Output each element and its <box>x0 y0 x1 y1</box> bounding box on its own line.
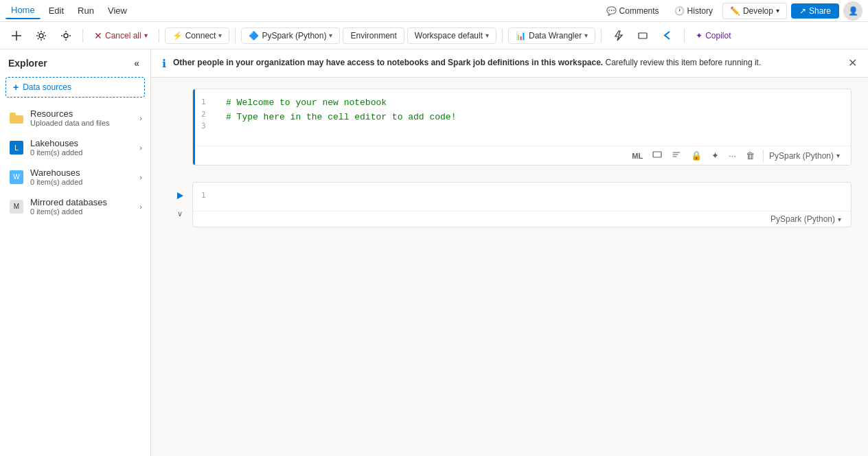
menu-view[interactable]: View <box>102 3 133 19</box>
settings-button[interactable] <box>30 27 52 44</box>
cell-2-run-button[interactable] <box>172 187 188 204</box>
workspace-button[interactable]: Workspace default ▾ <box>407 27 496 44</box>
dw-chevron-icon: ▾ <box>584 32 588 39</box>
menu-home[interactable]: Home <box>5 2 41 19</box>
mirrored-content: Mirrored databases 0 item(s) added <box>30 197 139 216</box>
cell-1-line-numbers: 1 2 3 <box>201 96 206 133</box>
separator-5 <box>601 29 602 43</box>
code-line-1: # Welcome to your new notebook <box>226 96 844 111</box>
cell-2-line-1 <box>226 190 844 204</box>
code-block-icon <box>652 150 662 159</box>
sidebar-item-mirrored[interactable]: M Mirrored databases 0 item(s) added › <box>0 192 150 221</box>
cell-text-button[interactable] <box>667 148 685 163</box>
settings-icon <box>60 30 71 41</box>
sidebar-item-resources[interactable]: Resources Uploaded data and files › <box>0 103 150 133</box>
banner-text: Other people in your organization may ha… <box>173 56 841 69</box>
comment-icon: 💬 <box>606 6 617 16</box>
separator-1 <box>82 29 83 43</box>
text-block-icon <box>672 150 681 159</box>
settings-2-button[interactable] <box>55 27 77 44</box>
cell-2-code[interactable] <box>226 190 844 204</box>
sidebar-collapse-button[interactable]: « <box>131 56 142 70</box>
cell-1-code[interactable]: # Welcome to your new notebook # Type he… <box>226 96 844 139</box>
lakehouses-content: Lakehouses 0 item(s) added <box>30 138 139 157</box>
workspace-chevron-icon: ▾ <box>486 32 489 39</box>
cell-2-content: 1 <box>193 183 851 211</box>
develop-button[interactable]: ✏️ Develop ▾ <box>722 3 787 19</box>
mirrored-chevron-icon: › <box>139 203 142 211</box>
separator-4 <box>502 29 503 43</box>
content-area: ℹ Other people in your organization may … <box>151 49 868 456</box>
warehouses-content: Warehouses 0 item(s) added <box>30 168 139 186</box>
svg-rect-3 <box>653 152 661 157</box>
tool3-button[interactable] <box>656 27 678 44</box>
cancel-all-button[interactable]: ✕ Cancel all ▾ <box>89 27 153 44</box>
plus-icon: + <box>13 82 19 93</box>
connect-button[interactable]: ⚡ Connect ▾ <box>165 27 230 44</box>
pyspark-button[interactable]: 🔷 PySpark (Python) ▾ <box>241 27 340 44</box>
svg-point-0 <box>39 34 43 38</box>
menu-run[interactable]: Run <box>72 3 100 19</box>
environment-button[interactable]: Environment <box>343 27 404 44</box>
data-wrangler-button[interactable]: 📊 Data Wrangler ▾ <box>508 27 595 44</box>
cell-1[interactable]: 1 2 3 # Welcome to your new notebook # T… <box>192 89 852 166</box>
user-avatar[interactable]: 👤 <box>843 1 863 21</box>
cell-2[interactable]: 1 PySpark (Python) ▾ <box>192 182 852 227</box>
add-icon <box>11 30 22 41</box>
code-line-2: # Type here in the cell editor to add co… <box>226 111 844 125</box>
cell-2-lang-selector[interactable]: PySpark (Python) ▾ <box>766 213 845 225</box>
tool1-button[interactable] <box>607 27 629 44</box>
sidebar-title: Explorer <box>8 58 47 69</box>
cell-delete-button[interactable]: 🗑 <box>742 148 759 163</box>
connect-icon: ⚡ <box>172 31 183 41</box>
cell-2-line-numbers: 1 <box>201 190 206 202</box>
cell-star-button[interactable]: ✦ <box>707 148 723 163</box>
cell-2-bottom: PySpark (Python) ▾ <box>193 211 851 227</box>
cell-1-wrapper: 1 2 3 # Welcome to your new notebook # T… <box>168 89 852 174</box>
tool2-button[interactable] <box>632 27 654 44</box>
sidebar: Explorer « + Data sources Resources Uplo… <box>0 49 151 456</box>
data-wrangler-icon: 📊 <box>516 31 526 41</box>
share-icon: ↗ <box>799 6 806 16</box>
vscode-icon <box>662 30 673 41</box>
warehouse-icon: W <box>8 169 25 185</box>
rectangle-icon <box>637 30 648 41</box>
menu-edit[interactable]: Edit <box>43 3 69 19</box>
notebook-area: 1 2 3 # Welcome to your new notebook # T… <box>151 78 868 456</box>
chevron-down-icon: ▾ <box>776 7 779 14</box>
sidebar-item-warehouses[interactable]: W Warehouses 0 item(s) added › <box>0 162 150 192</box>
sidebar-item-lakehouses[interactable]: L Lakehouses 0 item(s) added › <box>0 133 150 162</box>
cell-1-lang-selector[interactable]: PySpark (Python) ▾ <box>763 150 845 162</box>
svg-point-1 <box>64 34 68 38</box>
cell-2-lang-chevron-icon: ▾ <box>838 216 841 223</box>
add-datasources-button[interactable]: + Data sources <box>5 77 145 98</box>
share-button[interactable]: ↗ Share <box>791 3 839 19</box>
banner-close-button[interactable]: ✕ <box>848 56 857 69</box>
toolbar: ✕ Cancel all ▾ ⚡ Connect ▾ 🔷 PySpark (Py… <box>0 22 868 49</box>
cell-2-collapse-button[interactable]: ∨ <box>173 207 187 220</box>
top-right-toolbar: 💬 Comments 🕐 History ✏️ Develop ▾ ↗ Shar… <box>601 1 863 21</box>
cell-lock-button[interactable]: 🔒 <box>687 148 706 163</box>
copilot-button[interactable]: ✦ Copilot <box>690 28 736 43</box>
cell-2-wrapper: ∨ 1 PySpark (Python) <box>168 182 852 236</box>
copilot-icon: ✦ <box>696 31 703 41</box>
pyspark-icon: 🔷 <box>249 31 259 41</box>
history-button[interactable]: 🕐 History <box>669 3 718 19</box>
cancel-chevron-icon: ▾ <box>144 32 148 39</box>
cell-more-button[interactable]: ··· <box>724 148 740 163</box>
cell-ml-button[interactable]: ML <box>628 150 647 162</box>
cell-1-toolbar: ML 🔒 ✦ ··· 🗑 PySpark (Python) <box>193 146 851 165</box>
comments-button[interactable]: 💬 Comments <box>601 3 665 19</box>
cell-2-controls: ∨ <box>168 182 192 220</box>
cell-code-button[interactable] <box>648 148 666 163</box>
add-cell-button[interactable] <box>5 27 27 44</box>
separator-3 <box>235 29 236 43</box>
lakehouses-chevron-icon: › <box>139 144 142 152</box>
svg-rect-2 <box>639 33 647 38</box>
sidebar-header: Explorer « <box>0 49 150 77</box>
separator-6 <box>684 29 685 43</box>
lakehouse-icon: L <box>8 139 25 156</box>
pyspark-chevron-icon: ▾ <box>329 32 332 39</box>
resources-chevron-icon: › <box>139 114 142 122</box>
connect-chevron-icon: ▾ <box>218 32 222 39</box>
